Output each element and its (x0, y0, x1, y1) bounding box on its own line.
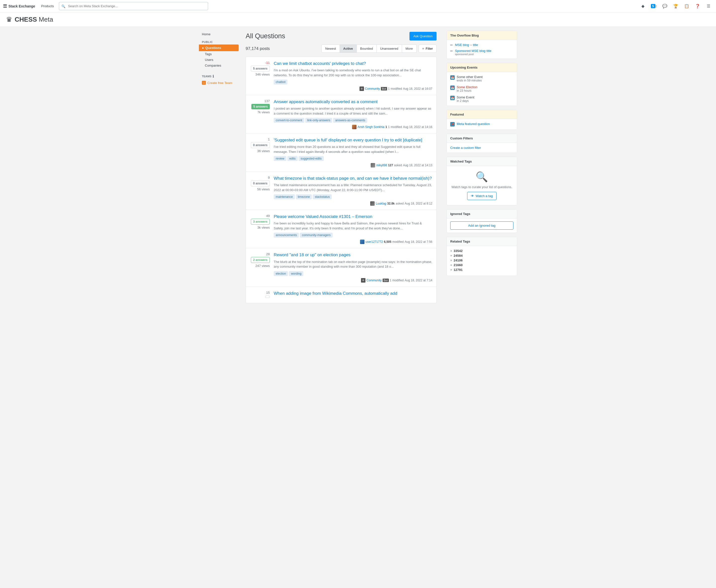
action-date: Aug 18, 2022 at 7:56 (405, 240, 432, 244)
review-icon[interactable]: 📋 (682, 2, 691, 11)
question-title[interactable]: Please welcome Valued Associate #1301 – … (274, 214, 432, 219)
vote-count: 28 (266, 252, 270, 256)
list-item: 📅 Some Election in 23 hours (450, 85, 513, 92)
list-item[interactable]: edits (287, 156, 298, 161)
sidebar-item-tags[interactable]: Tags (200, 51, 239, 57)
list-item[interactable]: wording (289, 271, 303, 276)
x-mark: × (450, 263, 452, 267)
event-name-3: Some Event (457, 96, 474, 99)
list-item[interactable]: link-only-answers (305, 118, 332, 123)
add-ignored-tag-button[interactable]: Add an ignored tag (450, 222, 513, 230)
user-avatar: ⚙ (360, 86, 364, 91)
related-tags-header: Related Tags (447, 237, 517, 246)
questions-bullet: ● (202, 46, 204, 50)
table-row: 49 3 answers 3k views Please welcome Val… (246, 210, 436, 248)
menu-icon[interactable]: ☰ (704, 2, 713, 11)
question-title[interactable]: Can we limit chatbot accounts' privilege… (274, 61, 432, 66)
search-input[interactable] (59, 2, 208, 10)
sidebar-item-companies[interactable]: Companies (200, 63, 239, 68)
tab-bountied[interactable]: Bountied (357, 44, 377, 53)
user-rep: 6,505 (384, 240, 391, 244)
create-team-link[interactable]: ⬡ Create free Team (200, 79, 239, 86)
list-item[interactable]: suggested-edits (299, 156, 324, 161)
user-rep: 127 (388, 164, 393, 167)
badge-count: 5 (651, 4, 655, 8)
sidebar-item-users[interactable]: Users (200, 57, 239, 63)
bot-label: Bot (381, 87, 387, 90)
list-item[interactable]: community-managers (300, 233, 332, 237)
team-icon: ⬡ (202, 81, 206, 85)
tag-count: 33542 (454, 249, 463, 253)
list-item[interactable]: chatbot (274, 80, 287, 84)
list-item[interactable]: announcements (274, 233, 299, 237)
list-item[interactable]: stackstatus (313, 194, 332, 199)
list-item[interactable]: answers-as-comments (333, 118, 367, 123)
question-stats: 15 (250, 291, 270, 299)
list-item: 📌 Meta featured question (450, 122, 513, 126)
products-link[interactable]: Products (38, 4, 57, 8)
user-name[interactable]: Community (365, 87, 380, 90)
list-item: 📅 Some Event in 2 days (450, 96, 513, 103)
list-item[interactable]: election (274, 271, 288, 276)
question-tags: announcements community-managers (274, 233, 432, 237)
question-title[interactable]: Reword "and 18 or up" on election pages (274, 252, 432, 258)
featured-link[interactable]: Meta featured question (457, 122, 490, 126)
help-icon[interactable]: ❓ (693, 2, 702, 11)
user-avatar (360, 239, 365, 244)
vote-count: 9 (268, 176, 270, 180)
diamond-icon[interactable]: ◆ (638, 2, 648, 11)
question-excerpt: The blurb at the top of the nomination t… (274, 259, 432, 269)
list-item[interactable]: timezone (296, 194, 312, 199)
vote-count: 15 (266, 291, 270, 294)
list-item[interactable]: maintenance (274, 194, 295, 199)
ask-question-button[interactable]: Ask Question (409, 32, 436, 41)
filter-button[interactable]: ≡ Filter (419, 44, 436, 53)
blog-link-2[interactable]: Sponsored MSE blog title (455, 49, 491, 53)
upcoming-events-widget: Upcoming Events 📅 Some other Event ends … (447, 63, 517, 106)
question-excerpt: The latest maintenance announcement has … (274, 183, 432, 192)
site-logo-link[interactable]: ☰ Stack Exchange (3, 3, 35, 9)
sidebar-item-home[interactable]: Home (200, 31, 239, 38)
list-item[interactable]: convert-to-comment (274, 118, 304, 123)
question-stats: 49 3 answers 3k views (250, 214, 270, 244)
user-name[interactable]: Ansh Singh Sonkhia (357, 125, 384, 129)
list-item: ✏ MSE blog -- title (450, 43, 513, 47)
user-name[interactable]: Luuklag (376, 202, 386, 205)
event-name-2[interactable]: Some Election (457, 85, 477, 89)
action-label: modified (391, 87, 402, 90)
view-count: 346 views (255, 72, 270, 76)
trophy-icon[interactable]: 🏆 (671, 2, 680, 11)
filter-icon: ≡ (423, 47, 424, 50)
user-name[interactable]: Community (366, 279, 382, 282)
blog-link-1[interactable]: MSE blog -- title (455, 43, 478, 47)
tab-active[interactable]: Active (340, 44, 357, 53)
watch-tag-button[interactable]: 👁 Watch a tag (467, 192, 496, 200)
question-title[interactable]: What timezone is that stack-status page … (274, 176, 432, 181)
custom-filters-body: Create a custom filter (447, 143, 517, 153)
tab-more[interactable]: More (402, 44, 417, 53)
inbox-icon[interactable]: 💬 (660, 2, 669, 11)
question-body: Reword "and 18 or up" on election pages … (274, 252, 432, 282)
tab-unanswered[interactable]: Unanswered (377, 44, 402, 53)
tab-newest[interactable]: Newest (322, 44, 340, 53)
achievements-icon[interactable]: 5 2 (649, 2, 658, 11)
question-body: When adding image from Wikimedia Commons… (274, 291, 432, 299)
question-meta: user1271772 6,505 modified Aug 18, 2022 … (274, 239, 432, 244)
main-content: All Questions Ask Question 97,174 posts … (240, 27, 443, 308)
question-title[interactable]: 'Suggested edit queue is full' displayed… (274, 138, 432, 143)
create-custom-filter-link[interactable]: Create a custom filter (450, 146, 481, 150)
crown-icon: ♛ (6, 15, 12, 24)
question-excerpt: I'm a mod on Ask Ubuntu. I've been talki… (274, 68, 432, 78)
user-name[interactable]: mikyll98 (376, 164, 387, 167)
watched-tags-body: 🔍 Watch tags to curate your list of ques… (447, 166, 517, 205)
question-title[interactable]: Answer appears automatically converted a… (274, 99, 432, 105)
list-item: × 24106 (450, 258, 513, 262)
action-label: asked (394, 164, 402, 167)
table-row: -11 5 answers 346 views Can we limit cha… (246, 57, 436, 95)
sidebar-item-questions[interactable]: ● Questions (199, 44, 239, 51)
user-name[interactable]: user1271772 (366, 240, 383, 244)
question-title[interactable]: When adding image from Wikimedia Commons… (274, 291, 432, 296)
question-stats: 1 0 answers 36 views (250, 138, 270, 168)
info-icon[interactable]: ℹ (212, 74, 214, 78)
list-item[interactable]: review (274, 156, 286, 161)
